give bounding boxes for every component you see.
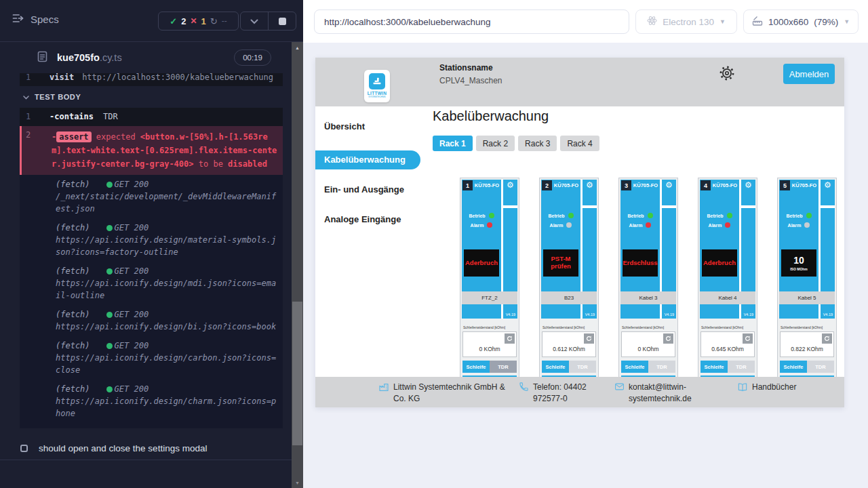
firmware-version: V4.19	[823, 312, 833, 317]
command-log: 1 visit http://localhost:3000/kabelueber…	[20, 73, 283, 428]
scroll-up-arrow-icon[interactable]: ▲	[292, 42, 303, 53]
stop-run-button[interactable]	[269, 12, 296, 30]
card-device-panel: ⚙ 4 KÜ705-FO Betrieb Alarm	[700, 180, 755, 319]
alarm-led	[725, 222, 730, 228]
schleife-button[interactable]: Schleife	[621, 361, 648, 373]
collapse-tests-button[interactable]	[241, 12, 268, 30]
tdr-button[interactable]: TDR	[807, 361, 834, 373]
card-number: 5	[780, 180, 790, 190]
status-text: Erdschluss	[623, 260, 657, 267]
refresh-button[interactable]	[663, 333, 673, 344]
fetch-method-status: GET 200	[115, 384, 149, 394]
card-buttons: Schleife TDR	[780, 361, 834, 373]
tdr-button[interactable]: TDR	[490, 361, 517, 373]
command-assert-failed[interactable]: 2 -assert expected <button.w-[50%].h-[1.…	[20, 126, 283, 175]
gear-icon[interactable]: ⚙	[503, 180, 517, 190]
divider	[0, 460, 303, 460]
rack-tab[interactable]: Rack 1	[433, 136, 473, 151]
firmware-version: V4.19	[665, 312, 674, 317]
run-stats: ✓ 2 ✕ 1 ↻ --	[158, 12, 239, 30]
url-input[interactable]	[314, 9, 629, 34]
card-measurement-panel: Schleifenwiderstand [kOhm] 0.822 KOhm	[779, 323, 835, 377]
rack-card: ⚙ 4 KÜ705-FO Betrieb Alarm	[698, 178, 757, 377]
runner-header: Specs ✓ 2 ✕ 1 ↻ --	[0, 0, 303, 42]
betrieb-led	[648, 213, 653, 218]
sidebar-nav: Übersicht Kabelüberwachung Ein- und Ausg…	[315, 106, 424, 377]
app-header: LITTWIN SYSTEMTECHNIK Stationsname CPLV4…	[315, 58, 844, 106]
spec-file-row[interactable]: kue705fo.cy.ts 00:19	[0, 42, 292, 73]
scroll-down-arrow-icon[interactable]: ▼	[292, 477, 303, 488]
fetch-log-entry[interactable]: (fetch)GET 200 https://api.iconify.desig…	[20, 336, 283, 380]
success-dot-icon	[106, 182, 113, 188]
fetch-log-entry[interactable]: (fetch)GET 200 /_next/static/development…	[20, 175, 283, 218]
alarm-led	[804, 222, 810, 228]
pending-refresh-icon: ↻	[210, 16, 218, 26]
assert-badge: assert	[56, 131, 91, 142]
specs-toggle[interactable]: Specs	[12, 14, 59, 25]
refresh-button[interactable]	[505, 333, 515, 344]
chevron-down-icon: ▼	[719, 18, 726, 25]
sidebar-item[interactable]: Kabelüberwachung	[315, 150, 420, 169]
rack-tab[interactable]: Rack 3	[518, 136, 557, 151]
viewport-size-select[interactable]: 1000x660 (79%) ▼	[743, 9, 859, 34]
refresh-button[interactable]	[584, 333, 594, 344]
visit-command: visit	[50, 73, 74, 86]
betrieb-led	[489, 213, 494, 218]
scrollbar-thumb[interactable]	[292, 302, 302, 445]
sidebar-item[interactable]: Ein- und Ausgänge	[315, 180, 420, 199]
spec-file-icon	[37, 51, 47, 65]
card-measurement-panel: Schleifenwiderstand [kOhm] 0 KOhm Schl	[462, 323, 517, 377]
footer-email[interactable]: kontakt@littwin-systemtechnik.de	[614, 382, 702, 405]
browser-engine-select[interactable]: Electron 130 ▼	[635, 9, 737, 34]
refresh-button[interactable]	[743, 333, 753, 344]
tdr-button[interactable]: TDR	[728, 361, 755, 373]
card-number: 1	[462, 180, 473, 190]
viewport-zoom-value: (79%)	[814, 17, 838, 27]
card-buttons: Schleife TDR	[542, 361, 596, 373]
cypress-runner-panel: Specs ✓ 2 ✕ 1 ↻ -- kue705fo.cy.ts	[0, 0, 303, 488]
refresh-button[interactable]	[822, 333, 832, 344]
schleife-button[interactable]: Schleife	[780, 361, 807, 373]
fetch-log-entry[interactable]: (fetch)GET 200 https://api.iconify.desig…	[20, 305, 283, 336]
gear-icon[interactable]: ⚙	[583, 180, 597, 190]
card-buttons: Schleife TDR	[621, 361, 675, 373]
sidebar-item[interactable]: Übersicht	[315, 117, 420, 136]
panel-collapse-icon	[12, 14, 24, 25]
status-display: Aderbruch	[464, 249, 499, 277]
next-test-title: should open and close the settings modal	[39, 443, 207, 453]
tdr-button[interactable]: TDR	[648, 361, 675, 373]
gear-icon[interactable]: ⚙	[821, 180, 835, 190]
resistance-value-box: 0.612 KOhm	[542, 331, 596, 357]
assert-message: -assert expected <button.w-[50%].h-[1.56…	[52, 130, 277, 171]
rack-tab[interactable]: Rack 4	[560, 136, 599, 151]
browser-pane: Electron 130 ▼ 1000x660 (79%) ▼ LITTWIN …	[303, 0, 868, 488]
schleife-button[interactable]: Schleife	[542, 361, 569, 373]
fetch-log-entry[interactable]: (fetch)GET 200 https://api.iconify.desig…	[20, 380, 283, 423]
gear-icon[interactable]: ⚙	[662, 180, 676, 190]
footer-manuals-link[interactable]: Handbücher	[737, 382, 796, 395]
tdr-button[interactable]: TDR	[569, 361, 596, 373]
command-contains[interactable]: 1 -contains TDR	[20, 108, 283, 126]
gear-icon[interactable]: ⚙	[741, 180, 755, 190]
schleife-button[interactable]: Schleife	[462, 361, 490, 373]
led-indicators: Betrieb Alarm	[462, 211, 501, 230]
fetch-url: https://api.iconify.design/material-symb…	[56, 234, 277, 258]
test-body-section[interactable]: TEST BODY	[20, 86, 283, 108]
command-visit[interactable]: 1 visit http://localhost:3000/kabelueber…	[20, 73, 283, 86]
settings-gear-icon[interactable]	[718, 64, 736, 82]
fetch-log-entry[interactable]: (fetch)GET 200 https://api.iconify.desig…	[20, 262, 283, 305]
rack-tab[interactable]: Rack 2	[476, 136, 515, 151]
status-text: Aderbruch	[465, 260, 498, 267]
next-test-row[interactable]: should open and close the settings modal	[0, 438, 292, 458]
schleife-button[interactable]: Schleife	[701, 361, 728, 373]
resistance-value: 0.612 KOhm	[542, 346, 595, 352]
card-model-label: KÜ705-FO	[473, 182, 501, 188]
rack-card: ⚙ 1 KÜ705-FO Betrieb Alarm	[460, 178, 519, 377]
runner-scrollbar[interactable]: ▲ ▼	[292, 42, 303, 488]
passed-count: 2	[181, 16, 186, 26]
sidebar-item[interactable]: Analoge Eingänge	[315, 210, 420, 229]
card-device-panel: ⚙ 5 KÜ705-FO Betrieb Alarm	[779, 180, 835, 319]
fetch-url: https://api.iconify.design/charm.json?ic…	[56, 395, 277, 420]
fetch-log-entry[interactable]: (fetch)GET 200 https://api.iconify.desig…	[20, 218, 283, 262]
logout-button[interactable]: Abmelden	[783, 64, 835, 84]
